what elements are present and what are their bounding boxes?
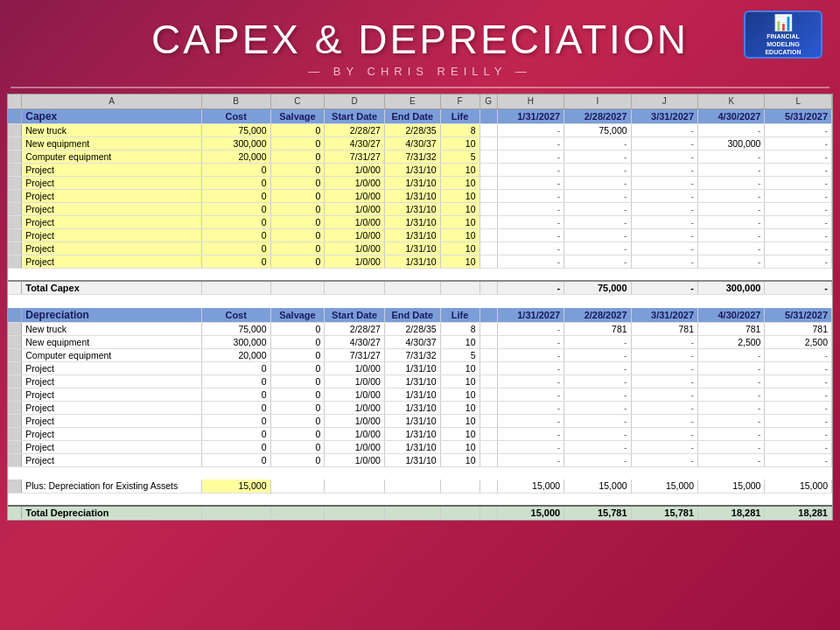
capex-date5-header: 5/31/2027 bbox=[765, 108, 832, 123]
depn-project-row: Project 0 0 1/0/00 1/31/10 10 - - - - - bbox=[8, 414, 832, 427]
page-subtitle: — BY CHRIS REILLY — bbox=[0, 65, 840, 78]
col-F: F bbox=[440, 94, 480, 108]
col-L: L bbox=[765, 94, 832, 108]
section-gap bbox=[8, 295, 832, 308]
capex-r3-d4: - bbox=[698, 150, 765, 163]
gap-row-3 bbox=[8, 493, 832, 506]
col-I: I bbox=[564, 94, 631, 108]
capex-r2-end: 4/30/37 bbox=[384, 136, 440, 150]
depn-project-row: Project 0 0 1/0/00 1/31/10 10 - - - - - bbox=[8, 374, 832, 388]
capex-r2-life: 10 bbox=[440, 136, 480, 150]
plus-d4: 15,000 bbox=[698, 480, 765, 493]
capex-r2-d5: - bbox=[765, 136, 832, 150]
depn-header-row: Depreciation Cost Salvage Start Date End… bbox=[8, 308, 832, 323]
depn-total-d3: 15,781 bbox=[631, 506, 697, 520]
capex-r1-d5: - bbox=[765, 123, 832, 136]
capex-salvage-header: Salvage bbox=[270, 108, 325, 123]
capex-project-row: Project 0 0 1/0/00 1/31/10 10 - - - - - bbox=[8, 215, 832, 228]
plus-label: Plus: Depreciation for Existing Assets bbox=[22, 480, 202, 493]
depn-r1-cost: 75,000 bbox=[201, 322, 270, 335]
capex-total-d1: - bbox=[497, 281, 564, 295]
col-E: E bbox=[384, 94, 440, 108]
capex-date2-header: 2/28/2027 bbox=[564, 108, 631, 123]
capex-project-row: Project 0 0 1/0/00 1/31/10 10 - - - - - bbox=[8, 189, 832, 202]
capex-total-d2: 75,000 bbox=[564, 281, 631, 295]
header-divider bbox=[10, 87, 830, 88]
capex-r1-d1: - bbox=[497, 123, 564, 136]
depn-project-row: Project 0 0 1/0/00 1/31/10 10 - - - - - bbox=[8, 440, 832, 453]
capex-r2-start: 4/30/27 bbox=[325, 136, 385, 150]
capex-r3-salvage: 0 bbox=[270, 150, 325, 163]
depn-project-row: Project 0 0 1/0/00 1/31/10 10 - - - - - bbox=[8, 361, 832, 374]
row-num bbox=[8, 108, 22, 123]
capex-label-header: Capex bbox=[22, 108, 202, 123]
capex-r3-d2: - bbox=[564, 150, 631, 163]
depn-date1-header: 1/31/2027 bbox=[497, 308, 564, 323]
depn-date4-header: 4/30/2027 bbox=[698, 308, 765, 323]
capex-r1-salvage: 0 bbox=[270, 123, 325, 136]
capex-cost-header: Cost bbox=[201, 108, 270, 123]
capex-r2-d3: - bbox=[631, 136, 697, 150]
plus-d5: 15,000 bbox=[765, 480, 832, 493]
page-title: CAPEX & DEPRECIATION bbox=[0, 16, 840, 63]
depn-enddate-header: End Date bbox=[384, 308, 440, 323]
plus-d1: 15,000 bbox=[497, 480, 564, 493]
capex-row-3: Computer equipment 20,000 0 7/31/27 7/31… bbox=[8, 150, 832, 163]
col-A: A bbox=[22, 94, 202, 108]
capex-r2-d4: 300,000 bbox=[698, 136, 765, 150]
plus-existing-assets-row: Plus: Depreciation for Existing Assets 1… bbox=[8, 480, 832, 493]
capex-r2-cost: 300,000 bbox=[201, 136, 270, 150]
capex-total-d5: - bbox=[765, 281, 832, 295]
capex-r1-d2: 75,000 bbox=[564, 123, 631, 136]
capex-r2-d2: - bbox=[564, 136, 631, 150]
depn-project-row: Project 0 0 1/0/00 1/31/10 10 - - - - - bbox=[8, 427, 832, 440]
depn-r1-start: 2/28/27 bbox=[325, 322, 385, 335]
capex-project-row: Project 0 0 1/0/00 1/31/10 10 - - - - - bbox=[8, 242, 832, 255]
depn-life-header: Life bbox=[440, 308, 480, 323]
depn-project-row: Project 0 0 1/0/00 1/31/10 10 - - - - - bbox=[8, 388, 832, 401]
depn-project-row: Project 0 0 1/0/00 1/31/10 10 - - - - - bbox=[8, 453, 832, 466]
capex-startdate-header: Start Date bbox=[325, 108, 385, 123]
depn-r3-label: Computer equipment bbox=[22, 348, 202, 361]
depn-total-d5: 18,281 bbox=[765, 506, 832, 520]
capex-row-2: New equipment 300,000 0 4/30/27 4/30/37 … bbox=[8, 136, 832, 150]
capex-total-row: Total Capex - 75,000 - 300,000 - bbox=[8, 281, 832, 295]
depn-total-d1: 15,000 bbox=[497, 506, 564, 520]
capex-project-row: Project 0 0 1/0/00 1/31/10 10 - - - - - bbox=[8, 255, 832, 268]
col-H: H bbox=[497, 94, 564, 108]
depn-r1-label: New truck bbox=[22, 322, 202, 335]
depn-cost-header: Cost bbox=[201, 308, 270, 323]
depn-date3-header: 3/31/2027 bbox=[631, 308, 697, 323]
col-K: K bbox=[698, 94, 765, 108]
depn-r1-life: 8 bbox=[440, 322, 480, 335]
capex-r3-d1: - bbox=[497, 150, 564, 163]
plus-input[interactable]: 15,000 bbox=[201, 480, 270, 493]
capex-r1-life: 8 bbox=[440, 123, 480, 136]
page-header: 📊 FINANCIALMODELINGEDUCATION CAPEX & DEP… bbox=[0, 0, 840, 83]
depn-r2-cost: 300,000 bbox=[201, 335, 270, 348]
capex-project-row: Project 0 0 1/0/00 1/31/10 10 - - - - - bbox=[8, 202, 832, 215]
depn-r2-end: 4/30/37 bbox=[384, 335, 440, 348]
depn-total-d4: 18,281 bbox=[698, 506, 765, 520]
capex-r2-salvage: 0 bbox=[270, 136, 325, 150]
depn-r2-start: 4/30/27 bbox=[325, 335, 385, 348]
depn-date5-header: 5/31/2027 bbox=[765, 308, 832, 323]
capex-row-1: New truck 75,000 0 2/28/27 2/28/35 8 - 7… bbox=[8, 123, 832, 136]
depn-total-label: Total Depreciation bbox=[22, 506, 202, 520]
capex-r1-cost: 75,000 bbox=[201, 123, 270, 136]
depn-r1-end: 2/28/35 bbox=[384, 322, 440, 335]
capex-r3-end: 7/31/32 bbox=[384, 150, 440, 163]
depn-startdate-header: Start Date bbox=[325, 308, 385, 323]
depn-row-2: New equipment 300,000 0 4/30/27 4/30/37 … bbox=[8, 335, 832, 348]
capex-r3-label: Computer equipment bbox=[22, 150, 202, 163]
depn-total-d2: 15,781 bbox=[564, 506, 631, 520]
spreadsheet: A B C D E F G H I J K L Capex Cost Salva… bbox=[7, 94, 833, 521]
depn-total-row: Total Depreciation 15,000 15,781 15,781 … bbox=[8, 506, 832, 520]
gap-row bbox=[8, 268, 832, 281]
col-G: G bbox=[480, 94, 497, 108]
capex-r1-start: 2/28/27 bbox=[325, 123, 385, 136]
logo-text: FINANCIALMODELINGEDUCATION bbox=[765, 32, 801, 56]
capex-date1-header: 1/31/2027 bbox=[497, 108, 564, 123]
capex-r3-cost: 20,000 bbox=[201, 150, 270, 163]
corner-cell bbox=[8, 94, 22, 108]
